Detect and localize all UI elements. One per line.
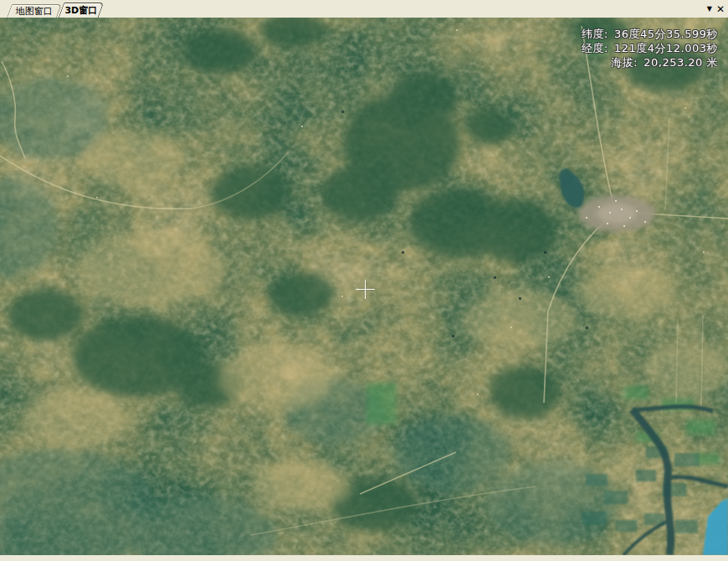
- tab-map-window[interactable]: 地图窗口: [7, 4, 62, 18]
- tab-map-window-label: 地图窗口: [10, 5, 59, 18]
- app-window: 地图窗口 3D窗口 ▼ ✕: [0, 0, 728, 561]
- tab-3d-window[interactable]: 3D窗口: [59, 3, 105, 18]
- close-icon[interactable]: ✕: [716, 4, 725, 14]
- latitude-value: 36度45分35.599秒: [614, 28, 718, 40]
- altitude-label: 海拔:: [611, 56, 638, 69]
- coordinate-overlay: 纬度:36度45分35.599秒 经度:121度4分12.003秒 海拔:20,…: [582, 27, 718, 69]
- town-area: [578, 195, 655, 232]
- altitude-readout: 海拔:20,253.20 米: [582, 55, 718, 69]
- altitude-value: 20,253.20 米: [643, 56, 718, 69]
- tab-scroll-menu-icon[interactable]: ▼: [707, 6, 712, 13]
- longitude-value: 121度4分12.003秒: [614, 42, 718, 54]
- latitude-readout: 纬度:36度45分35.599秒: [582, 27, 718, 41]
- tab-3d-window-label: 3D窗口: [62, 3, 100, 18]
- window-controls: ▼ ✕: [707, 0, 725, 18]
- longitude-label: 经度:: [582, 42, 608, 54]
- map-viewport-3d[interactable]: 纬度:36度45分35.599秒 经度:121度4分12.003秒 海拔:20,…: [0, 18, 728, 555]
- tab-bar: 地图窗口 3D窗口 ▼ ✕: [0, 0, 728, 18]
- satellite-imagery: [0, 18, 728, 555]
- longitude-readout: 经度:121度4分12.003秒: [582, 41, 718, 55]
- latitude-label: 纬度:: [582, 28, 608, 40]
